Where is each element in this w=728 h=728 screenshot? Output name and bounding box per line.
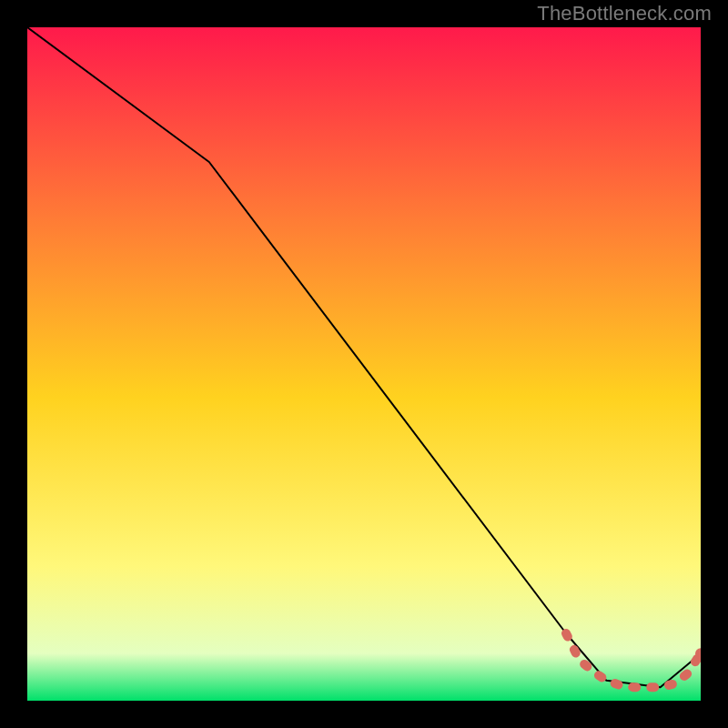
plot-area bbox=[27, 27, 701, 701]
watermark-label: TheBottleneck.com bbox=[537, 2, 712, 25]
chart-svg bbox=[27, 27, 701, 701]
chart-frame: TheBottleneck.com bbox=[0, 0, 728, 728]
gradient-background bbox=[27, 27, 701, 701]
